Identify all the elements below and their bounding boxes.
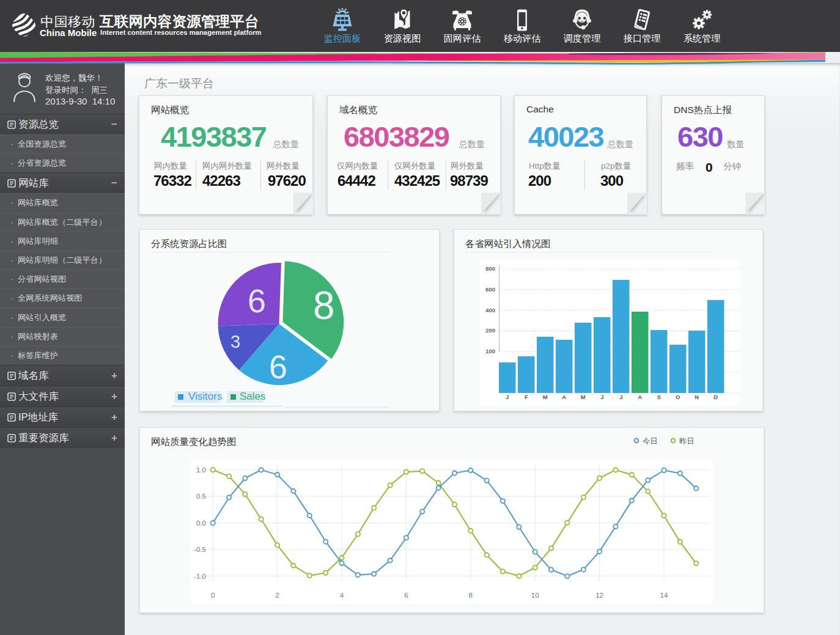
svg-text:S: S xyxy=(657,394,661,400)
svg-text:0.5: 0.5 xyxy=(196,493,206,500)
svg-text:10: 10 xyxy=(531,592,539,599)
svg-text:8: 8 xyxy=(313,284,335,328)
svg-text:D: D xyxy=(713,394,718,400)
svg-text:0.0: 0.0 xyxy=(196,519,206,527)
svg-text:4: 4 xyxy=(340,592,344,599)
svg-text:F: F xyxy=(525,394,528,400)
svg-text:昨日: 昨日 xyxy=(679,437,694,446)
svg-text:200: 200 xyxy=(485,327,495,334)
svg-text:600: 600 xyxy=(485,286,495,293)
svg-text:M: M xyxy=(543,394,548,400)
svg-text:6: 6 xyxy=(269,348,287,385)
svg-text:A: A xyxy=(562,394,566,400)
svg-text:今日: 今日 xyxy=(643,437,658,446)
svg-text:400: 400 xyxy=(485,307,495,314)
svg-text:A: A xyxy=(638,394,642,400)
svg-text:6: 6 xyxy=(404,592,408,599)
svg-text:14: 14 xyxy=(660,592,668,599)
svg-text:O: O xyxy=(676,394,680,400)
svg-text:2: 2 xyxy=(275,592,279,599)
svg-text:12: 12 xyxy=(595,592,603,599)
svg-text:800: 800 xyxy=(485,265,495,272)
svg-text:J: J xyxy=(506,394,509,400)
svg-text:1.0: 1.0 xyxy=(196,466,206,474)
svg-text:3: 3 xyxy=(230,332,240,351)
svg-text:N: N xyxy=(694,394,699,400)
svg-text:6: 6 xyxy=(248,282,266,319)
svg-text:M: M xyxy=(581,394,586,400)
svg-text:-1.0: -1.0 xyxy=(194,573,206,580)
svg-text:J: J xyxy=(619,394,622,400)
svg-text:J: J xyxy=(600,394,603,400)
svg-text:8: 8 xyxy=(469,592,473,599)
svg-text:-0.5: -0.5 xyxy=(194,546,206,553)
svg-text:100: 100 xyxy=(485,348,495,354)
svg-text:0: 0 xyxy=(211,592,215,599)
